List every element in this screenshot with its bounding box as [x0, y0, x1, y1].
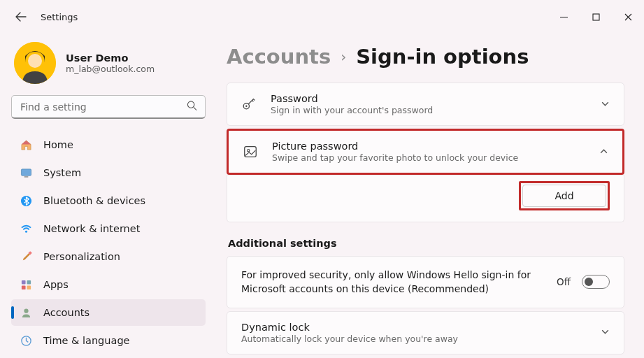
chevron-up-icon [599, 145, 608, 159]
minimize-button[interactable] [548, 6, 580, 28]
breadcrumb-parent[interactable]: Accounts [227, 45, 331, 69]
setting-hello-only: For improved security, only allow Window… [227, 256, 624, 308]
bluetooth-icon [20, 194, 32, 207]
svg-rect-12 [27, 280, 31, 284]
nav-system[interactable]: System [11, 159, 206, 186]
user-block[interactable]: User Demo m_lab@outlook.com [11, 39, 206, 95]
main-content: Accounts › Sign-in options Password Sign… [217, 34, 644, 358]
wifi-icon [20, 222, 32, 235]
user-name: User Demo [66, 52, 155, 64]
setting-text: For improved security, only allow Window… [241, 268, 545, 296]
add-button[interactable]: Add [522, 185, 606, 207]
minimize-icon [560, 13, 568, 21]
nav-time-language[interactable]: Time & language [11, 327, 206, 354]
key-icon [241, 96, 257, 112]
chevron-down-icon [601, 326, 610, 339]
user-email: m_lab@outlook.com [66, 64, 155, 74]
svg-rect-11 [21, 280, 25, 284]
nav-personalization[interactable]: Personalization [11, 243, 206, 270]
person-icon [20, 306, 32, 319]
svg-point-9 [24, 230, 27, 232]
breadcrumb: Accounts › Sign-in options [227, 45, 624, 69]
nav-network[interactable]: Network & internet [11, 215, 206, 242]
svg-point-3 [28, 54, 42, 68]
apps-icon [20, 278, 32, 291]
avatar [14, 42, 56, 84]
svg-rect-7 [24, 176, 28, 177]
nav-label: Home [43, 139, 73, 150]
nav: Home System Bluetooth & devices Network … [11, 131, 206, 354]
nav-accounts[interactable]: Accounts [11, 299, 206, 326]
toggle-switch[interactable] [582, 275, 610, 289]
titlebar: Settings [0, 0, 644, 34]
window-controls [548, 6, 644, 28]
clock-globe-icon [20, 334, 32, 347]
svg-rect-1 [593, 14, 599, 20]
svg-rect-14 [27, 285, 31, 289]
home-icon [20, 138, 32, 151]
sidebar: User Demo m_lab@outlook.com Home System … [0, 34, 217, 358]
maximize-icon [592, 13, 600, 21]
back-button[interactable] [8, 4, 34, 29]
nav-bluetooth[interactable]: Bluetooth & devices [11, 187, 206, 214]
brush-icon [20, 250, 32, 263]
picture-password-body: Add [227, 175, 624, 222]
add-button-highlight: Add [519, 181, 610, 210]
close-icon [624, 13, 632, 21]
option-password[interactable]: Password Sign in with your account's pas… [227, 83, 624, 126]
svg-point-18 [245, 106, 247, 107]
option-title: Picture password [272, 141, 585, 152]
option-subtitle: Swipe and tap your favorite photo to unl… [272, 152, 585, 163]
search-wrap [11, 95, 206, 119]
nav-home[interactable]: Home [11, 131, 206, 158]
option-title: Password [271, 93, 587, 104]
toggle-state-label: Off [557, 276, 571, 287]
arrow-left-icon [15, 11, 27, 22]
svg-rect-13 [21, 285, 25, 289]
nav-label: System [43, 167, 81, 178]
search-input[interactable] [11, 95, 206, 119]
section-heading-additional: Additional settings [228, 238, 624, 249]
option-picture-password[interactable]: Picture password Swipe and tap your favo… [227, 129, 624, 175]
maximize-button[interactable] [580, 6, 612, 28]
svg-point-20 [248, 150, 250, 152]
option-title: Dynamic lock [241, 322, 587, 333]
nav-label: Apps [43, 279, 69, 290]
option-dynamic-lock[interactable]: Dynamic lock Automatically lock your dev… [227, 311, 624, 355]
option-subtitle: Sign in with your account's password [271, 105, 587, 115]
nav-label: Personalization [43, 251, 120, 262]
close-button[interactable] [612, 6, 644, 28]
nav-label: Bluetooth & devices [43, 195, 145, 206]
nav-label: Accounts [43, 307, 90, 318]
chevron-right-icon: › [341, 48, 346, 65]
nav-apps[interactable]: Apps [11, 271, 206, 298]
window-title: Settings [41, 12, 78, 22]
svg-point-15 [24, 308, 28, 313]
option-subtitle: Automatically lock your device when you'… [241, 334, 587, 344]
svg-rect-6 [21, 169, 31, 175]
page-title: Sign-in options [356, 45, 529, 69]
picture-icon [243, 144, 258, 159]
nav-label: Network & internet [43, 223, 140, 234]
system-icon [20, 166, 32, 179]
chevron-down-icon [601, 98, 610, 111]
nav-label: Time & language [43, 335, 130, 346]
